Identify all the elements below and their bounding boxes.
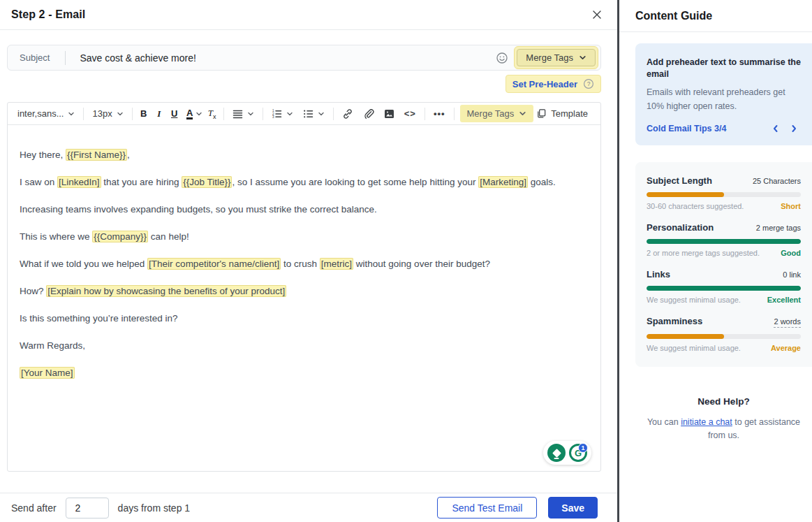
ellipsis-icon: ••• [434,108,445,119]
text-segment: How? [20,286,46,296]
merge-tags-highlight: Merge Tags [514,46,598,69]
attachment-button[interactable] [360,106,377,122]
template-label: Template [551,108,588,119]
chevron-left-icon[interactable] [772,124,780,133]
metrics-list: Subject Length25 Characters30-60 charact… [635,162,812,367]
bold-icon[interactable]: B [138,108,149,119]
subject-field-row: Subject Save cost & achieve more! Merge … [7,45,601,71]
text-segment: can help! [148,231,189,242]
editor-paragraph[interactable]: This is where we {{Company}} can help! [20,231,586,242]
metric-hint: 30-60 characters suggested. [647,202,744,210]
metric-progress-bar [647,286,801,291]
tip-body: Emails with relevant preheaders get 10% … [647,85,793,113]
help-text-before: You can [647,417,681,427]
editor-paragraph[interactable]: Is this something you’re interested in? [20,312,586,324]
more-options-button[interactable]: ••• [431,106,448,121]
merge-tags-label: Merge Tags [467,108,515,119]
metric-progress-fill [647,334,724,339]
font-size-select[interactable]: 13px [89,106,126,121]
editor-paragraph[interactable]: Hey there, {{First Name}}, [20,149,586,161]
set-preheader-link[interactable]: Set Pre-Header [512,79,577,89]
editor-paragraph[interactable]: What if we told you we helped [Their com… [20,258,586,270]
chevron-down-icon[interactable] [195,110,202,117]
send-after-label: Send after [11,502,57,514]
metric-label: Subject Length [647,175,712,186]
underline-icon[interactable]: U [169,108,180,119]
italic-icon[interactable]: I [154,108,165,119]
metric-progress-fill [647,286,801,291]
image-icon [384,109,394,119]
preheader-row: Set Pre-Header ? [7,75,601,93]
grammarly-logo-icon[interactable]: G 1 [569,444,587,462]
font-size-value: 13px [92,108,112,119]
merge-tag-highlight[interactable]: [Marketing] [478,176,528,188]
text-segment: to crush [281,259,320,269]
bullet-list-select[interactable] [300,107,327,121]
merge-tag-highlight[interactable]: [Explain how by showcasing the benefits … [46,285,286,297]
help-icon[interactable]: ? [583,78,594,89]
merge-tag-highlight[interactable]: {{Job Title}} [182,176,232,188]
toolbar-separator [454,108,455,120]
subject-divider [65,51,66,65]
insert-image-button[interactable] [381,107,397,121]
numbered-list-select[interactable]: 123 [269,107,296,121]
template-button[interactable]: Template [536,108,588,119]
editor-body[interactable]: Hey there, {{First Name}},I saw on [Link… [8,125,600,472]
subject-merge-tags-button[interactable]: Merge Tags [517,49,596,66]
toolbar-separator [132,108,133,120]
editor-paragraph[interactable]: [Your Name] [20,367,586,379]
align-icon [232,109,243,119]
cold-email-tips-link[interactable]: Cold Email Tips 3/4 [647,124,726,133]
merge-tag-highlight[interactable]: [metric] [320,258,353,270]
merge-tag-highlight[interactable]: {{Company}} [92,231,148,242]
font-family-select[interactable]: inter,sans... [15,106,77,121]
merge-tag-highlight[interactable]: [Their competitor's name/client] [147,258,281,270]
text-color-icon[interactable]: A [184,108,195,119]
toolbar-merge-tags-button[interactable]: Merge Tags [460,105,534,122]
toolbar-separator [223,108,224,120]
tip-title: Add preheader text to summarise the emai… [647,57,801,80]
text-segment: Warm Regards, [20,340,85,351]
align-select[interactable] [230,107,257,121]
text-segment: without going over their budget? [353,259,490,269]
close-icon[interactable] [589,7,605,22]
days-input[interactable] [66,498,109,519]
save-button[interactable]: Save [548,497,598,519]
metric-status: Short [781,202,801,210]
editor-paragraph[interactable]: Increasing teams involves expanding budg… [20,203,586,215]
insert-code-button[interactable]: <> [401,106,419,121]
clear-formatting-icon[interactable]: Tx [207,108,218,120]
merge-tag-highlight[interactable]: [LinkedIn] [57,176,101,188]
editor-paragraph[interactable]: I saw on [LinkedIn] that you are hiring … [20,176,586,188]
code-icon: <> [404,108,416,119]
tip-card: Add preheader text to summarise the emai… [635,43,812,145]
text-segment: This is where we [20,231,92,242]
initiate-chat-link[interactable]: initiate a chat [681,417,732,427]
metric-status: Good [781,249,801,257]
subject-input[interactable]: Save cost & achieve more! [80,52,496,64]
merge-tag-highlight[interactable]: [Your Name] [20,367,75,379]
font-family-value: inter,sans... [17,108,64,119]
toolbar-separator [83,108,84,120]
set-preheader-highlight: Set Pre-Header ? [505,75,601,93]
chevron-right-icon[interactable] [790,124,798,133]
chevron-down-icon [117,110,124,117]
insert-link-button[interactable] [339,106,356,122]
text-segment: I saw on [20,177,57,187]
text-segment: Hey there, [20,150,66,160]
emoji-icon[interactable] [496,52,508,64]
editor-paragraph[interactable]: Warm Regards, [20,340,586,351]
grammarly-widget: G 1 [543,441,591,465]
metric-progress-fill [647,192,724,197]
content-guide-panel: Content Guide Add preheader text to summ… [619,0,812,522]
metric-label: Personalization [647,222,714,233]
editor-paragraph[interactable]: How? [Explain how by showcasing the bene… [20,285,586,297]
metric-block: Spamminess2 wordsWe suggest minimal usag… [647,316,801,352]
send-test-email-button[interactable]: Send Test Email [437,497,537,519]
grammarly-suggestion-icon[interactable] [547,444,566,462]
metric-value: 25 Characters [753,177,801,185]
metric-block: Personalization2 merge tags2 or more mer… [647,222,801,257]
merge-tag-highlight[interactable]: {{First Name}} [66,149,127,161]
email-body-editor: inter,sans... 13px B I U A Tx [7,102,601,472]
chevron-down-icon [579,54,586,61]
